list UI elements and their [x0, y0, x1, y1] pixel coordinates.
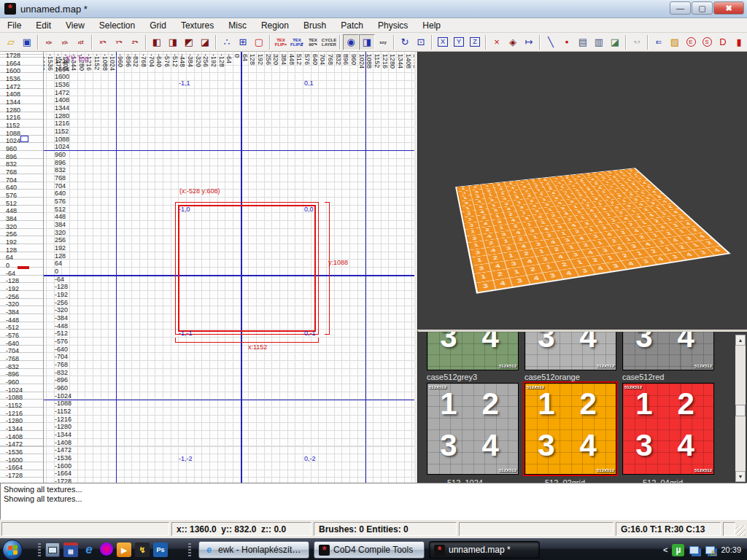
ie-icon[interactable]: e: [82, 542, 96, 557]
show-desktop-icon[interactable]: [45, 542, 60, 557]
popup-menu-icon[interactable]: ⊡: [413, 34, 429, 50]
menu-help[interactable]: Help: [415, 20, 448, 31]
axis-z-icon[interactable]: Z: [467, 34, 483, 50]
lock-movement-icon[interactable]: ▤: [575, 34, 591, 50]
minimize-button[interactable]: —: [670, 1, 691, 15]
drag-edges-icon[interactable]: ↦: [521, 34, 537, 50]
texture-tile[interactable]: 1234512X512512X512: [622, 383, 714, 475]
winamp-icon[interactable]: ↯: [135, 542, 150, 557]
patch-tool-icon[interactable]: ◈: [505, 34, 521, 50]
no-sounds-icon[interactable]: S: [699, 34, 715, 50]
tex-rotate-90-icon[interactable]: TEX 90↷: [305, 34, 321, 50]
tray-expand-chevron[interactable]: <: [663, 545, 667, 554]
menu-patch[interactable]: Patch: [333, 20, 371, 31]
scroll-down-button[interactable]: ▼: [735, 471, 746, 482]
d-filter-icon[interactable]: D: [715, 34, 731, 50]
texture-tile[interactable]: 34512X512: [525, 331, 616, 370]
edge-tool-icon[interactable]: ▮: [731, 34, 747, 50]
utorrent-icon[interactable]: µ: [672, 544, 684, 556]
menu-file[interactable]: File: [0, 20, 28, 31]
palette-icon[interactable]: ▨: [667, 34, 683, 50]
network-icon[interactable]: [688, 544, 700, 556]
flip-y-icon[interactable]: y|λ: [57, 34, 73, 50]
csg-hollow-icon[interactable]: ◧: [149, 34, 165, 50]
player-icon[interactable]: ▶: [117, 542, 131, 557]
menu-selection[interactable]: Selection: [92, 20, 142, 31]
texture-name-label[interactable]: case512red: [622, 373, 665, 381]
start-button[interactable]: [2, 540, 23, 560]
open-file-icon[interactable]: ▱: [3, 34, 19, 50]
menu-physics[interactable]: Physics: [371, 20, 415, 31]
cubic-clip-icon[interactable]: ×: [489, 34, 505, 50]
flip-x-icon[interactable]: x|x: [41, 34, 57, 50]
ruler-label: 1280: [55, 112, 69, 120]
csg-merge-icon[interactable]: ◨: [165, 34, 181, 50]
menu-textures[interactable]: Textures: [174, 20, 221, 31]
texture-tile[interactable]: 1234512X512512X512: [525, 383, 616, 475]
texture-tile[interactable]: 1234512X512512X512: [427, 383, 519, 475]
entity-colors-icon[interactable]: E≡: [651, 34, 667, 50]
csg-subtract-icon[interactable]: ◩: [181, 34, 197, 50]
camera-3d-view[interactable]: 1212121212121212343434343434343412121212…: [417, 52, 747, 330]
scroll-up-button[interactable]: ▲: [735, 335, 746, 346]
lock-rotation-icon[interactable]: ▥: [591, 34, 607, 50]
cursor-help-icon[interactable]: ↖?: [629, 34, 645, 50]
axis-y-icon[interactable]: Y: [451, 34, 467, 50]
rotate-z-icon[interactable]: Z↷: [127, 34, 143, 50]
taskbar-button[interactable]: *unnamed.map *: [429, 541, 540, 559]
menu-misc[interactable]: Misc: [221, 20, 254, 31]
z-camera-marker[interactable]: [20, 136, 28, 142]
menu-edit[interactable]: Edit: [28, 20, 58, 31]
axis-x-icon[interactable]: X: [435, 34, 451, 50]
draw-line-icon[interactable]: ╲: [543, 34, 559, 50]
taskbar-button[interactable]: eewk - Honlapkészítő ...: [198, 541, 309, 559]
texture-view-icon[interactable]: ◨: [359, 34, 375, 50]
vertex-edit-icon[interactable]: ∴: [219, 34, 235, 50]
ruler-label: 1024: [55, 143, 69, 150]
menu-brush[interactable]: Brush: [296, 20, 333, 31]
console-output[interactable]: Showing all textures... Showing all text…: [0, 483, 747, 520]
resize-grip[interactable]: [735, 526, 746, 536]
texture-name-label[interactable]: case512orange: [525, 373, 580, 381]
grid-2d-view[interactable]: XY Top (x:-528 y:608) y:1088 x:1152 -166…: [44, 52, 414, 483]
selection-box-icon[interactable]: ▢: [251, 34, 267, 50]
texture-name-label[interactable]: case512grey3: [427, 373, 477, 381]
xyz-view-icon[interactable]: xzy: [375, 34, 391, 50]
texture-tile[interactable]: 34512X512: [427, 331, 519, 370]
texture-lock-icon[interactable]: ◪: [607, 34, 623, 50]
network-warning-icon[interactable]: ⚠: [704, 544, 716, 556]
tex-flip-y-icon[interactable]: TEX FLIP⇵: [289, 34, 305, 50]
titlebar[interactable]: * unnamed.map * — ▢ ✖: [0, 0, 747, 18]
toolbar-grip2[interactable]: [188, 543, 191, 556]
save-map-icon[interactable]: ▣: [19, 34, 35, 50]
menu-view[interactable]: View: [58, 20, 92, 31]
backup-icon[interactable]: ▤: [63, 542, 78, 557]
media-icon[interactable]: [100, 542, 113, 556]
camera-view-icon[interactable]: ◉: [343, 34, 359, 50]
toolbar-grip[interactable]: [38, 543, 41, 556]
selected-brush[interactable]: [178, 205, 316, 332]
taskbar-button[interactable]: *CoD4 Compile Tools: [314, 541, 425, 559]
close-button[interactable]: ✖: [713, 1, 744, 15]
rotate-x-icon[interactable]: X↷: [95, 34, 111, 50]
texture-tile[interactable]: 34512X512: [622, 331, 714, 370]
no-entities-icon[interactable]: E: [683, 34, 699, 50]
maximize-button[interactable]: ▢: [692, 1, 713, 15]
menu-grid[interactable]: Grid: [142, 20, 174, 31]
free-rotate-icon[interactable]: ↻: [397, 34, 413, 50]
photoshop-icon[interactable]: Ps: [153, 542, 168, 557]
z-axis-window[interactable]: 1728166416001536147214081344128012161152…: [0, 52, 44, 483]
cycle-layer-icon[interactable]: CYCLE LAYER: [321, 34, 337, 50]
selected-floor-brush-3d[interactable]: 1212121212121212343434343434343412121212…: [455, 168, 731, 293]
rotate-y-icon[interactable]: Y↷: [111, 34, 127, 50]
model-block-icon[interactable]: ▪: [559, 34, 575, 50]
texture-scrollbar[interactable]: ▲ ▼: [735, 335, 746, 482]
flip-z-icon[interactable]: z|Σ: [73, 34, 89, 50]
scroll-thumb[interactable]: [735, 405, 746, 416]
brush-edit-icon[interactable]: ◪: [197, 34, 213, 50]
texture-browser[interactable]: ▲ ▼ 34512X51234512X51234512X512case512gr…: [417, 330, 747, 483]
tex-flip-x-icon[interactable]: TEX FLIP×: [273, 34, 289, 50]
menu-region[interactable]: Region: [254, 20, 296, 31]
clock[interactable]: 20:39: [721, 545, 744, 554]
clone-selection-icon[interactable]: ⊞: [235, 34, 251, 50]
